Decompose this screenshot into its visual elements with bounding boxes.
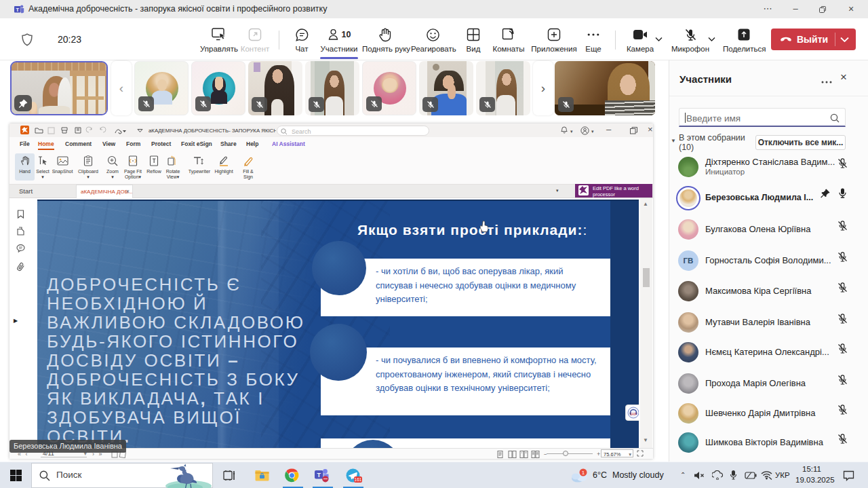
- svg-text:SAIF: SAIF: [630, 413, 637, 416]
- svg-text:T: T: [317, 472, 321, 478]
- svg-text:1: 1: [582, 470, 585, 476]
- svg-text:T: T: [16, 7, 19, 13]
- svg-text:161: 161: [355, 477, 362, 482]
